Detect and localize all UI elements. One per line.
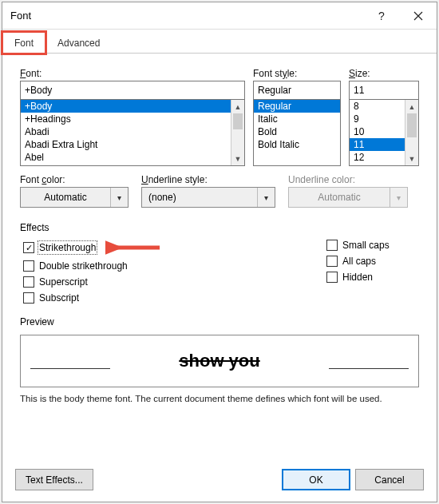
checkbox-icon (326, 256, 338, 267)
list-item[interactable]: 8 (350, 100, 405, 113)
preview-baseline (329, 368, 409, 369)
chevron-down-icon: ▾ (390, 188, 407, 207)
font-style-label: Font style: (253, 68, 341, 79)
list-item[interactable]: Regular (254, 100, 340, 113)
window-title: Font (10, 10, 363, 22)
checkbox-label: Double strikethrough (39, 260, 128, 272)
scroll-down-icon[interactable]: ▼ (405, 152, 418, 165)
preview-group-label: Preview (20, 316, 419, 327)
ok-button[interactable]: OK (282, 469, 350, 490)
checkbox-icon (23, 242, 34, 253)
checkbox-subscript[interactable]: Subscript (23, 292, 215, 304)
checkbox-superscript[interactable]: Superscript (23, 276, 215, 288)
font-style-input[interactable] (253, 81, 341, 100)
list-item[interactable]: Bold Italic (254, 138, 340, 151)
tab-font[interactable]: Font (2, 32, 45, 54)
scrollbar[interactable]: ▲ ▼ (231, 100, 244, 165)
checkbox-all-caps[interactable]: All caps (326, 256, 390, 267)
size-listbox[interactable]: 89101112 ▲ ▼ (349, 99, 419, 166)
scroll-down-icon[interactable]: ▼ (231, 152, 244, 165)
checkbox-label: Small caps (342, 240, 390, 251)
checkbox-label: Superscript (39, 276, 88, 288)
checkbox-icon (23, 260, 34, 272)
preview-baseline (30, 368, 110, 369)
list-item[interactable]: 9 (350, 113, 405, 125)
underline-style-label: Underline style: (141, 174, 275, 185)
scroll-thumb[interactable] (233, 113, 243, 129)
list-item[interactable]: Abel (21, 151, 231, 164)
checkbox-label: Strikethrough (39, 242, 96, 253)
effects-group-label: Effects (20, 222, 419, 233)
font-listbox[interactable]: +Body+HeadingsAbadiAbadi Extra LightAbel… (20, 99, 245, 166)
chevron-down-icon: ▾ (110, 188, 128, 207)
font-label: Font: (20, 68, 245, 79)
preview-text: show you (179, 351, 259, 371)
tab-advanced[interactable]: Advanced (45, 32, 112, 54)
checkbox-label: Subscript (39, 292, 79, 304)
color-row: Font color: Automatic ▾ Underline style:… (20, 174, 419, 208)
help-button[interactable]: ? (363, 3, 400, 29)
scrollbar[interactable]: ▲ ▼ (405, 100, 418, 165)
underline-color-combo: Automatic ▾ (288, 187, 408, 208)
list-item[interactable]: +Headings (21, 113, 231, 125)
checkbox-hidden[interactable]: Hidden (326, 272, 390, 283)
checkbox-icon (23, 292, 34, 304)
checkbox-strikethrough[interactable]: Strikethrough (23, 240, 215, 256)
font-input[interactable] (20, 81, 245, 100)
list-item[interactable]: Abadi Extra Light (21, 138, 231, 151)
text-effects-button[interactable]: Text Effects... (15, 469, 93, 490)
font-color-combo[interactable]: Automatic ▾ (20, 187, 129, 208)
checkbox-icon (326, 240, 338, 251)
annotation-arrow-icon (105, 240, 161, 256)
checkbox-small-caps[interactable]: Small caps (326, 240, 390, 251)
checkbox-double-strikethrough[interactable]: Double strikethrough (23, 260, 215, 272)
preview-description: This is the body theme font. The current… (20, 394, 419, 403)
checkbox-icon (326, 272, 338, 283)
effects-group: Strikethrough Double strikethrough Super… (20, 238, 419, 305)
dialog-footer: Text Effects... OK Cancel (2, 461, 437, 502)
size-input[interactable] (349, 81, 419, 100)
list-item[interactable]: 11 (350, 138, 405, 151)
size-label: Size: (349, 68, 419, 79)
list-item[interactable]: 10 (350, 125, 405, 138)
close-icon (413, 11, 423, 21)
font-style-listbox[interactable]: RegularItalicBoldBold Italic (253, 99, 341, 166)
tab-label: Advanced (57, 38, 100, 49)
combo-value: (none) (142, 188, 257, 207)
tab-strip: Font Advanced (2, 30, 437, 54)
tab-label: Font (14, 38, 34, 49)
underline-color-label: Underline color: (288, 174, 408, 185)
font-color-label: Font color: (20, 174, 129, 185)
list-item[interactable]: Italic (254, 113, 340, 125)
font-dialog: Font ? Font Advanced Font: +Body+Heading… (2, 2, 437, 502)
combo-value: Automatic (21, 188, 110, 207)
font-row: Font: +Body+HeadingsAbadiAbadi Extra Lig… (20, 68, 419, 166)
preview-box: show you (20, 335, 419, 387)
scroll-thumb[interactable] (407, 113, 417, 137)
cancel-button[interactable]: Cancel (355, 469, 424, 490)
underline-style-combo[interactable]: (none) ▾ (141, 187, 275, 208)
close-button[interactable] (400, 3, 437, 29)
list-item[interactable]: Bold (254, 125, 340, 138)
dialog-content: Font: +Body+HeadingsAbadiAbadi Extra Lig… (2, 54, 437, 461)
checkbox-label: All caps (342, 256, 376, 267)
combo-value: Automatic (289, 188, 390, 207)
scroll-up-icon[interactable]: ▲ (405, 100, 418, 113)
scroll-up-icon[interactable]: ▲ (231, 100, 244, 113)
chevron-down-icon: ▾ (257, 188, 275, 207)
checkbox-icon (23, 276, 34, 288)
list-item[interactable]: Abadi (21, 125, 231, 138)
checkbox-label: Hidden (342, 272, 373, 283)
list-item[interactable]: 12 (350, 151, 405, 164)
titlebar: Font ? (2, 2, 437, 30)
list-item[interactable]: +Body (21, 100, 231, 113)
